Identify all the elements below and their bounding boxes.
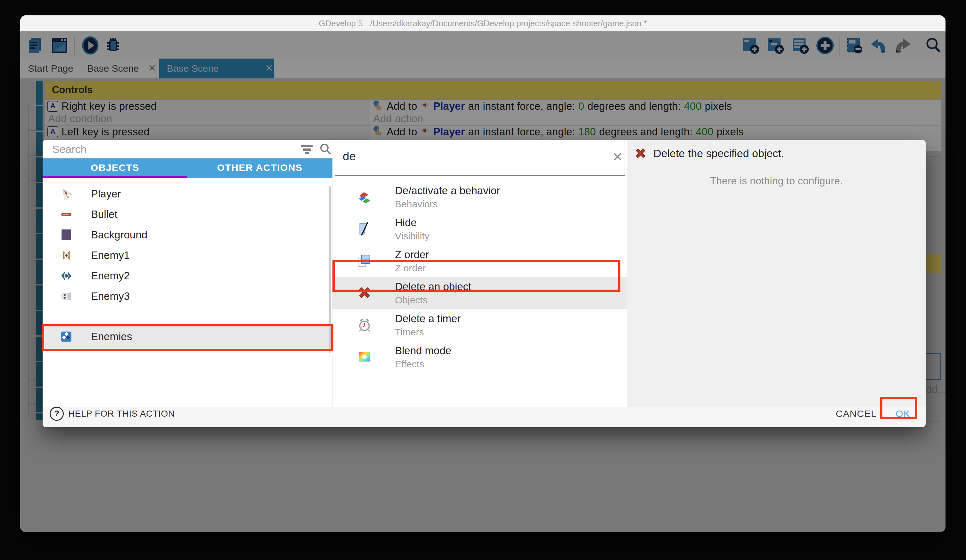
enemy1-object-icon	[60, 249, 72, 262]
annotation-box-delete-action	[332, 260, 620, 292]
object-search-row	[43, 140, 332, 159]
help-icon: ?	[50, 407, 64, 421]
blend-mode-icon	[356, 349, 373, 365]
bullet-object-icon	[60, 208, 72, 221]
window-title: GDevelop 5 - /Users/dkarakay/Documents/G…	[20, 15, 946, 31]
hide-icon	[356, 221, 373, 237]
annotation-box-ok	[880, 397, 917, 419]
tab-objects[interactable]: OBJECTS	[43, 159, 187, 178]
dialog-footer: ? HELP FOR THIS ACTION CANCEL OK	[43, 399, 926, 427]
object-row-player[interactable]: Player	[43, 184, 332, 204]
object-row-bullet[interactable]: Bullet	[43, 204, 332, 224]
action-row-delete-a-timer[interactable]: Delete a timer Timers	[332, 309, 627, 341]
active-tab-underline	[43, 176, 187, 178]
clear-search-icon[interactable]: ✕	[611, 150, 624, 164]
action-search-field: ✕	[335, 140, 625, 176]
object-row-enemy3[interactable]: Enemy3	[43, 286, 332, 306]
action-row-blend-mode[interactable]: Blend mode Effects	[332, 341, 627, 373]
enemy3-object-icon	[60, 290, 72, 302]
behavior-icon	[356, 189, 373, 205]
delete-object-icon	[634, 146, 647, 160]
dialog-tabbar: OBJECTS OTHER ACTIONS	[43, 159, 332, 178]
objects-panel: OBJECTS OTHER ACTIONS Player Bullet Back…	[43, 140, 332, 407]
action-detail-panel: Delete the specified object. There is no…	[627, 140, 926, 407]
tab-other-actions[interactable]: OTHER ACTIONS	[187, 159, 332, 178]
action-detail-title: Delete the specified object.	[654, 147, 784, 160]
object-row-background[interactable]: Background	[43, 224, 332, 245]
action-row-deactivate-behavior[interactable]: De/activate a behavior Behaviors	[332, 181, 627, 213]
help-button[interactable]: ? HELP FOR THIS ACTION	[50, 407, 175, 421]
action-detail-header: Delete the specified object.	[634, 146, 784, 160]
filter-icon[interactable]	[301, 143, 315, 157]
background-object-icon	[60, 229, 72, 241]
action-search-input[interactable]	[342, 140, 596, 173]
object-search-input[interactable]	[52, 140, 277, 159]
cancel-button[interactable]: CANCEL	[831, 407, 882, 421]
object-row-enemy1[interactable]: Enemy1	[43, 245, 332, 265]
nothing-to-configure-text: There is nothing to configure.	[627, 175, 926, 187]
search-icon[interactable]	[319, 142, 332, 157]
annotation-box-enemies	[42, 324, 334, 351]
object-row-enemy2[interactable]: Enemy2	[43, 265, 332, 286]
enemy2-object-icon	[60, 270, 72, 282]
player-object-icon	[60, 188, 72, 200]
timer-icon	[356, 317, 373, 333]
desktop-background: GDevelop 5 - /Users/dkarakay/Documents/G…	[0, 0, 966, 560]
action-row-hide[interactable]: Hide Visibility	[332, 213, 627, 245]
